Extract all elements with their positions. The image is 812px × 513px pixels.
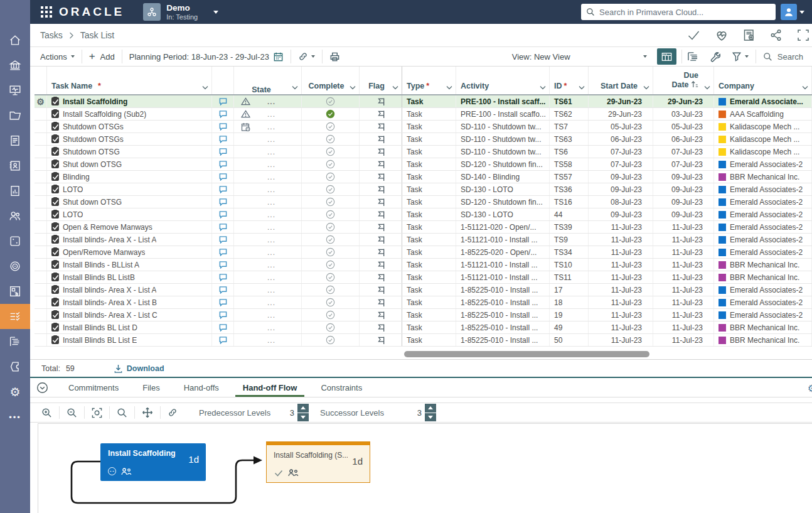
complete-open-icon[interactable] [326, 97, 335, 106]
table-row[interactable]: Install blinds- Area X - List B...Task1-… [35, 296, 812, 309]
state-cell[interactable]: ... [234, 108, 302, 120]
state-cell[interactable]: ... [234, 259, 302, 271]
complete-cell[interactable] [302, 234, 360, 246]
download-button[interactable]: Download [114, 364, 164, 374]
comment-cell[interactable] [212, 183, 234, 195]
state-cell[interactable]: ... [234, 321, 302, 333]
row-handle-cell[interactable] [35, 108, 47, 120]
health-heart-icon[interactable] [715, 29, 729, 41]
comment-icon[interactable] [219, 110, 227, 118]
flag-icon[interactable] [377, 198, 385, 207]
comment-icon[interactable] [219, 261, 227, 269]
complete-open-icon[interactable] [326, 222, 335, 232]
stepper-up-button[interactable] [297, 404, 309, 413]
row-handle-cell[interactable] [35, 296, 47, 308]
flag-cell[interactable] [360, 95, 402, 107]
table-row[interactable]: LOTO...TaskSD-130 - LOTO4409-Jul-2309-Ju… [35, 208, 812, 221]
flow-node-install-scaffolding-sub2[interactable]: Install Scaffolding (S... 1d [266, 441, 370, 483]
comment-cell[interactable] [212, 208, 234, 220]
comment-icon[interactable] [219, 198, 227, 206]
sort-ascending-icon[interactable] [691, 80, 698, 89]
column-menu-chevron-icon[interactable] [202, 85, 208, 90]
filter-button[interactable] [732, 51, 749, 62]
complete-cell[interactable] [302, 334, 360, 346]
table-row[interactable]: Open/Remove Manways...Task1-85225-020 - … [35, 246, 812, 259]
comment-icon[interactable] [219, 311, 227, 319]
complete-open-icon[interactable] [326, 185, 335, 194]
flag-cell[interactable] [360, 196, 402, 208]
collapse-panel-button[interactable] [36, 382, 48, 394]
state-cell[interactable]: ... [234, 171, 302, 183]
row-handle-cell[interactable] [35, 208, 47, 220]
flag-cell[interactable] [360, 309, 402, 321]
complete-cell[interactable] [302, 146, 360, 158]
table-row[interactable]: Install blinds- Area X - List A...Task1-… [35, 284, 812, 296]
state-cell[interactable]: ... [234, 309, 302, 321]
comment-cell[interactable] [212, 171, 234, 183]
complete-cell[interactable] [302, 121, 360, 132]
flag-icon[interactable] [377, 210, 385, 219]
sidebar-item-portfolio[interactable] [0, 53, 30, 78]
table-row[interactable]: Shut down OTSG...TaskSD-120 - Shutdown f… [35, 196, 812, 208]
sidebar-item-reports[interactable] [0, 178, 30, 203]
comment-cell[interactable] [212, 271, 234, 283]
state-overflow[interactable]: ... [257, 148, 301, 156]
column-header-complete[interactable]: Complete [302, 67, 360, 94]
stepper-down-button[interactable] [425, 413, 436, 422]
global-search-input[interactable] [599, 8, 771, 17]
app-grid-icon[interactable] [40, 6, 53, 18]
state-overflow[interactable]: ... [257, 311, 301, 320]
column-header-type[interactable]: Type* [402, 67, 456, 94]
complete-open-icon[interactable] [326, 247, 335, 257]
comment-cell[interactable] [212, 221, 234, 233]
complete-cell[interactable] [302, 183, 360, 195]
complete-open-icon[interactable] [326, 172, 335, 181]
comment-icon[interactable] [219, 148, 227, 156]
complete-cell[interactable] [302, 171, 360, 183]
table-row[interactable]: Install Blinds BL ListB...Task1-51121-01… [35, 271, 812, 284]
comment-icon[interactable] [219, 173, 227, 181]
comment-icon[interactable] [219, 122, 227, 131]
complete-cell[interactable] [302, 296, 360, 308]
sidebar-item-workflows[interactable] [0, 279, 30, 304]
table-row[interactable]: Shutdown OTSGs...TaskSD-110 - Shutdown t… [35, 133, 812, 146]
comment-cell[interactable] [212, 334, 234, 346]
complete-open-icon[interactable] [326, 260, 335, 269]
state-cell[interactable]: ... [234, 296, 302, 308]
table-row[interactable]: Install Blinds BL List E...Task1-85225-0… [35, 334, 812, 347]
table-row[interactable]: Install blinds- Area X - List A...Task1-… [35, 234, 812, 246]
state-cell[interactable]: ... [234, 158, 302, 170]
stepper-up-button[interactable] [425, 404, 436, 413]
tab-settings-gear-icon[interactable]: ⚙ [808, 382, 812, 394]
flow-search-button[interactable] [117, 408, 127, 418]
state-overflow[interactable]: ... [257, 336, 301, 345]
comment-cell[interactable] [212, 146, 234, 158]
comment-cell[interactable] [212, 246, 234, 258]
column-header-state[interactable]: State [234, 67, 302, 94]
stepper-down-button[interactable] [297, 413, 309, 422]
complete-cell[interactable] [302, 309, 360, 321]
flag-cell[interactable] [360, 121, 402, 132]
complete-open-icon[interactable] [326, 285, 335, 294]
state-cell[interactable]: ... [234, 221, 302, 233]
zoom-in-button[interactable] [41, 408, 52, 418]
comment-icon[interactable] [219, 323, 227, 332]
flag-icon[interactable] [377, 135, 385, 144]
comment-icon[interactable] [219, 185, 227, 193]
state-overflow[interactable]: ... [257, 323, 301, 332]
row-handle-cell[interactable] [35, 196, 47, 208]
table-row[interactable]: Shutdown OTSGs...TaskSD-110 - Shutdown t… [35, 121, 812, 133]
flag-icon[interactable] [377, 261, 385, 269]
trace-link-button[interactable] [168, 408, 178, 418]
tab-files[interactable]: Files [139, 378, 163, 397]
complete-open-icon[interactable] [326, 134, 335, 144]
state-cell[interactable]: ... [234, 183, 302, 195]
flag-icon[interactable] [377, 97, 385, 106]
complete-cell[interactable] [302, 158, 360, 170]
sidebar-item-home[interactable] [0, 28, 30, 53]
sidebar-item-settings[interactable]: ⚙ [0, 379, 30, 404]
state-overflow[interactable]: ... [257, 135, 301, 144]
state-cell[interactable]: ... [234, 196, 302, 208]
complete-cell[interactable] [302, 133, 360, 145]
complete-done-icon[interactable] [326, 109, 335, 119]
